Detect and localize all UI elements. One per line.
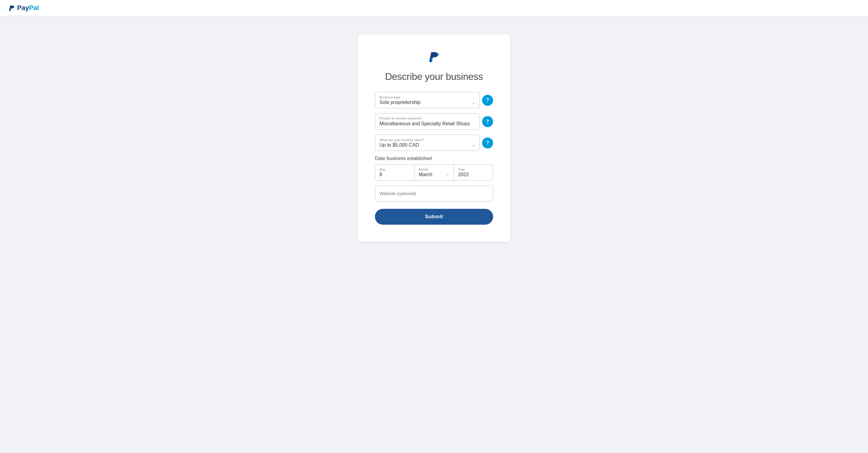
product-keywords-wrapper: Product or service keywords Miscellaneou… <box>375 113 493 130</box>
website-input[interactable] <box>379 191 489 196</box>
monthly-sales-label: What are your monthly sales? <box>379 138 475 142</box>
paypal-logo-text: PayPal <box>17 4 39 12</box>
product-keywords-help-button[interactable]: ? <box>482 116 493 127</box>
date-row: Day Month January February March April M… <box>375 164 493 181</box>
year-label: Year <box>458 168 489 171</box>
business-type-label: Business type <box>379 95 475 99</box>
product-keywords-label: Product or service keywords <box>379 116 475 120</box>
business-type-select-wrapper[interactable]: Sole proprietorship Partnership Corporat… <box>379 100 475 105</box>
month-field: Month January February March April May J… <box>414 165 454 180</box>
website-field-wrapper[interactable] <box>375 186 493 201</box>
month-select-wrapper[interactable]: January February March April May June Ju… <box>419 172 449 177</box>
date-established-group: Date business established Day Month Janu… <box>375 156 493 181</box>
month-label: Month <box>419 168 449 171</box>
business-type-select[interactable]: Sole proprietorship Partnership Corporat… <box>379 100 475 105</box>
paypal-logo: PayPal <box>7 4 39 12</box>
day-field: Day <box>375 165 414 180</box>
year-field: Year <box>454 165 493 180</box>
date-section-label: Date business established <box>375 156 493 161</box>
monthly-sales-container: What are your monthly sales? Up to $5,00… <box>375 135 480 151</box>
paypal-center-logo <box>375 49 493 65</box>
business-type-container: Business type Sole proprietorship Partne… <box>375 92 480 108</box>
monthly-sales-help-button[interactable]: ? <box>482 138 493 148</box>
monthly-sales-select[interactable]: Up to $5,000 CAD $5,000 - $10,000 CAD $1… <box>379 142 475 147</box>
product-keywords-value[interactable]: Miscellaneous and Specialty Retail Shops <box>379 121 475 126</box>
paypal-center-icon <box>426 49 442 65</box>
monthly-sales-wrapper: What are your monthly sales? Up to $5,00… <box>375 135 493 151</box>
product-keywords-container[interactable]: Product or service keywords Miscellaneou… <box>375 113 480 130</box>
business-type-group: Business type Sole proprietorship Partne… <box>375 92 493 108</box>
monthly-sales-select-wrapper[interactable]: Up to $5,000 CAD $5,000 - $10,000 CAD $1… <box>379 142 475 147</box>
day-input[interactable] <box>379 172 410 177</box>
business-type-wrapper: Business type Sole proprietorship Partne… <box>375 92 493 108</box>
month-select[interactable]: January February March April May June Ju… <box>419 172 449 177</box>
monthly-sales-group: What are your monthly sales? Up to $5,00… <box>375 135 493 151</box>
day-label: Day <box>379 168 410 171</box>
main-content: Describe your business Business type Sol… <box>0 16 868 451</box>
header: PayPal <box>0 0 868 16</box>
paypal-logo-icon <box>7 4 16 12</box>
page-title: Describe your business <box>375 71 493 82</box>
form-card: Describe your business Business type Sol… <box>358 34 510 242</box>
year-input[interactable] <box>458 172 489 177</box>
product-keywords-group: Product or service keywords Miscellaneou… <box>375 113 493 130</box>
business-type-help-button[interactable]: ? <box>482 95 493 106</box>
submit-button[interactable]: Submit <box>375 209 493 225</box>
